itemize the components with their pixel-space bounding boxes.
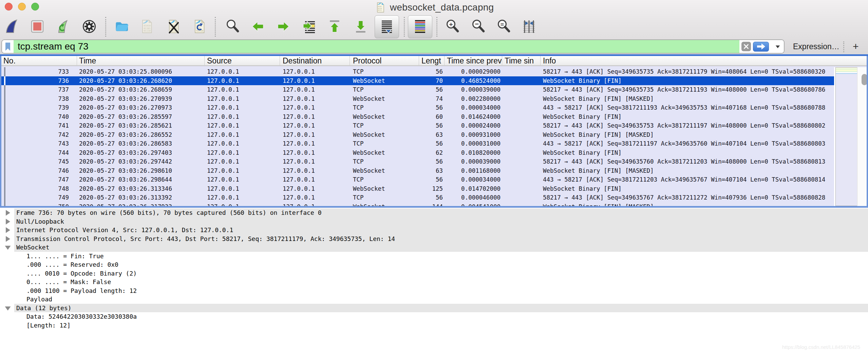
last-packet-button[interactable] [353, 19, 368, 34]
packet-row-748[interactable]: 7482020-05-27 03:03:26.313346127.0.0.112… [1, 184, 834, 193]
packet-row-747[interactable]: 7472020-05-27 03:03:26.298644127.0.0.112… [1, 175, 834, 184]
column-header-protocol[interactable]: Protocol [350, 56, 419, 65]
packet-row-744[interactable]: 7442020-05-27 03:03:26.297403127.0.0.112… [1, 148, 834, 157]
reload-file-button[interactable]: 101011001110 [192, 19, 207, 34]
packet-row-750[interactable]: 7502020-05-27 03:03:26.317933127.0.0.112… [1, 202, 834, 206]
filter-history-dropdown[interactable] [775, 44, 780, 49]
colorize-packets-button[interactable] [413, 19, 428, 34]
packet-row-737[interactable]: 7372020-05-27 03:03:26.268659127.0.0.112… [1, 85, 834, 94]
minimize-button[interactable] [18, 3, 26, 11]
expand-arrow-icon[interactable] [4, 218, 12, 225]
restart-capture-button[interactable] [56, 19, 71, 34]
detail-line[interactable]: 0... .... = Mask: False [0, 278, 868, 286]
packet-row-736[interactable]: 7362020-05-27 03:03:26.268620127.0.0.112… [1, 76, 834, 86]
zoom-button[interactable] [31, 3, 39, 11]
packet-row-738[interactable]: 7382020-05-27 03:03:26.270939127.0.0.112… [1, 94, 834, 104]
detail-line[interactable]: [Length: 12] [0, 321, 868, 330]
packet-row-749[interactable]: 7492020-05-27 03:03:26.313392127.0.0.112… [1, 193, 834, 202]
detail-line[interactable]: Internet Protocol Version 4, Src: 127.0.… [0, 226, 868, 235]
detail-line[interactable]: 1... .... = Fin: True [0, 252, 868, 261]
go-to-packet-button[interactable] [302, 19, 317, 34]
detail-line[interactable]: .... 0010 = Opcode: Binary (2) [0, 269, 868, 278]
toolbar-separator [105, 17, 106, 37]
expression-button[interactable]: Expression… [793, 39, 839, 54]
column-header-no-[interactable]: No. [1, 56, 77, 65]
packet-minimap[interactable] [834, 67, 858, 206]
column-header-lengt[interactable]: Lengt [419, 56, 445, 65]
collapse-arrow-icon[interactable] [4, 244, 12, 251]
packet-row-739[interactable]: 7392020-05-27 03:03:26.270973127.0.0.112… [1, 103, 834, 112]
column-header-destination[interactable]: Destination [280, 56, 350, 65]
cell-protocol: TCP [350, 85, 419, 94]
packet-row-746[interactable]: 7462020-05-27 03:03:26.298610127.0.0.112… [1, 166, 834, 175]
cell-destination: 127.0.0.1 [280, 85, 350, 94]
resize-columns-button[interactable] [522, 19, 536, 34]
find-packet-button[interactable] [225, 19, 240, 34]
cell-length: 56 [419, 157, 445, 166]
packet-row-742[interactable]: 7422020-05-27 03:03:26.286552127.0.0.112… [1, 130, 834, 139]
column-header-time-sin[interactable]: Time sin [502, 56, 541, 65]
save-file-button[interactable]: 010100110101110 [139, 19, 154, 34]
detail-line[interactable]: Data: 524642203030332e3030380a [0, 312, 868, 321]
packet-row-733[interactable]: 7332020-05-27 03:03:25.800096127.0.0.112… [1, 67, 834, 76]
column-header-time[interactable]: Time [77, 56, 205, 65]
scrollbar-thumb[interactable] [862, 74, 867, 85]
detail-line[interactable]: Frame 736: 70 bytes on wire (560 bits), … [0, 208, 868, 217]
open-file-button[interactable] [114, 19, 129, 34]
expand-arrow-icon[interactable] [4, 209, 12, 217]
column-header-time-since-prev[interactable]: Time since prev [445, 56, 502, 65]
watermark: https://blog.csdn.net/LL845876425 [782, 344, 860, 350]
cell-no: 738 [1, 94, 77, 104]
packet-row-743[interactable]: 7432020-05-27 03:03:26.286583127.0.0.112… [1, 139, 834, 148]
detail-line[interactable]: Null/Loopback [0, 217, 868, 226]
cell-time: 2020-05-27 03:03:26.298644 [77, 175, 205, 184]
add-filter-button[interactable]: + [853, 39, 859, 54]
expand-arrow-icon[interactable] [4, 235, 12, 243]
cell-destination: 127.0.0.1 [280, 130, 350, 139]
go-back-button[interactable] [250, 19, 265, 34]
cell-no: 746 [1, 166, 77, 175]
cell-delta: 0.014702000 [445, 184, 502, 193]
filter-bookmark-button[interactable] [2, 40, 14, 53]
start-capture-button[interactable] [4, 19, 19, 34]
zoom-out-button[interactable]: − [471, 19, 486, 34]
zoom-reset-button[interactable]: = [496, 19, 511, 34]
cell-delta: 0.000039000 [445, 157, 502, 166]
cell-info: WebSocket Binary [FIN] [541, 184, 834, 193]
detail-line[interactable]: .000 1100 = Payload length: 12 [0, 286, 868, 295]
cell-length: 56 [419, 175, 445, 184]
vertical-scrollbar[interactable] [857, 67, 867, 206]
open-file-icon [114, 19, 129, 34]
apply-filter-button[interactable] [753, 42, 769, 52]
zoom-in-button[interactable]: + [445, 19, 460, 34]
detail-line[interactable]: Payload [0, 295, 868, 304]
capture-options-button[interactable] [82, 19, 97, 34]
detail-line[interactable]: Data (12 bytes) [0, 304, 868, 313]
detail-text: .000 .... = Reserved: 0x0 [26, 260, 118, 269]
cell-info: WebSocket Binary [FIN] [541, 148, 834, 157]
cell-delta: 0.000039000 [445, 85, 502, 94]
close-file-button[interactable]: 010100110101110 [166, 19, 181, 34]
stop-capture-button[interactable] [30, 19, 45, 34]
toolbar-separator [215, 17, 216, 37]
cell-info: 443 → 58217 [ACK] Seq=3817211193 Ack=349… [541, 103, 834, 112]
packet-row-745[interactable]: 7452020-05-27 03:03:26.297442127.0.0.112… [1, 157, 834, 166]
go-forward-button[interactable] [276, 19, 291, 34]
cell-source: 127.0.0.1 [205, 193, 280, 202]
auto-scroll-button[interactable] [379, 19, 394, 34]
cell-delta: 0.000034000 [445, 175, 502, 184]
close-button[interactable] [5, 3, 13, 11]
expand-arrow-icon[interactable] [4, 226, 12, 234]
packet-row-741[interactable]: 7412020-05-27 03:03:26.285621127.0.0.112… [1, 121, 834, 130]
first-packet-button[interactable] [327, 19, 342, 34]
detail-line[interactable]: WebSocket [0, 243, 868, 252]
packet-row-740[interactable]: 7402020-05-27 03:03:26.285597127.0.0.112… [1, 112, 834, 122]
detail-line[interactable]: Transmission Control Protocol, Src Port:… [0, 235, 868, 243]
cell-time: 2020-05-27 03:03:26.285597 [77, 112, 205, 122]
column-header-info[interactable]: Info [541, 56, 867, 65]
clear-filter-button[interactable] [741, 42, 751, 51]
column-header-source[interactable]: Source [205, 56, 280, 65]
detail-line[interactable]: .000 .... = Reserved: 0x0 [0, 260, 868, 269]
collapse-arrow-icon[interactable] [4, 304, 12, 312]
display-filter-input[interactable]: tcp.stream eq 73 [14, 40, 739, 53]
